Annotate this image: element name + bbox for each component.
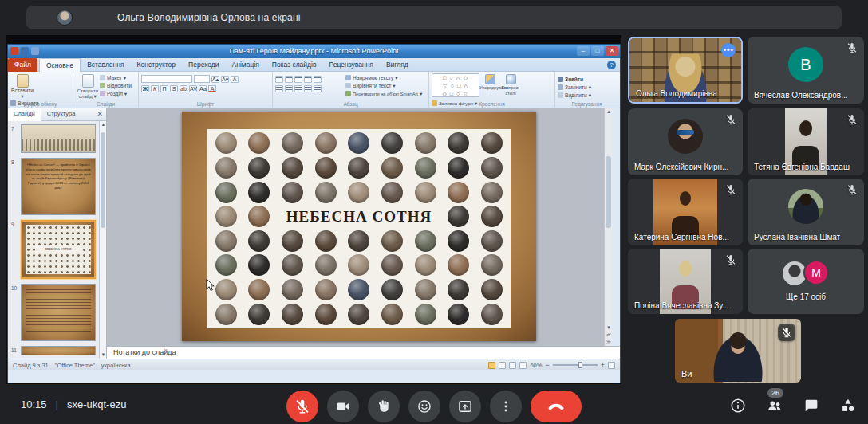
align-right-button[interactable] (294, 85, 302, 92)
group-drawing: □ ○ △ ◇ ☆ ○ □ △ ◇ □ ○ ☆ Упорядкувати Екс… (429, 72, 555, 108)
bullets-button[interactable] (275, 76, 283, 83)
pane-tab-slides[interactable]: Слайди (8, 108, 41, 121)
find-button[interactable]: Знайти (558, 76, 591, 83)
shadow-button[interactable]: S (170, 85, 178, 92)
section-button[interactable]: Розділ ▾ (100, 90, 132, 97)
line-spacing-button[interactable] (314, 76, 322, 83)
fit-to-window-button[interactable] (608, 362, 615, 369)
pane-scrollbar[interactable]: ▲ ▼ (99, 121, 106, 359)
close-button[interactable]: ✕ (606, 46, 618, 56)
tab-design[interactable]: Конструктор (131, 58, 182, 72)
more-options-button[interactable] (490, 391, 522, 422)
align-left-button[interactable] (275, 85, 283, 92)
ribbon-tab-row: Файл Основне Вставлення Конструктор Пере… (8, 58, 620, 72)
char-spacing-button[interactable]: AV (189, 85, 197, 92)
slideshow-view-button[interactable] (519, 362, 527, 369)
portrait-photo (248, 304, 270, 325)
reset-button[interactable]: Відновити (100, 82, 132, 89)
reading-view-button[interactable] (509, 362, 516, 369)
raise-hand-button[interactable] (368, 391, 400, 422)
chat-button[interactable] (803, 397, 820, 414)
font-size-box[interactable] (194, 75, 210, 83)
arrange-button[interactable]: Упорядкувати (479, 73, 500, 99)
slide-thumbnail-7[interactable] (21, 124, 96, 153)
pane-tab-outline[interactable]: Структура (41, 108, 81, 121)
tab-transitions[interactable]: Переходи (182, 58, 226, 72)
tile-menu-icon[interactable]: ••• (721, 43, 736, 57)
strikethrough-button[interactable]: ab (180, 85, 187, 92)
participant-tile-olga[interactable]: ••• Ольга Володимирівна (628, 37, 743, 104)
participant-tile-vyacheslav[interactable]: B Вячеслав Олександров... (748, 37, 864, 104)
shrink-font-button[interactable]: A▾ (221, 76, 229, 83)
self-view-tile[interactable]: Ви (675, 319, 801, 383)
notes-area[interactable]: Нотатки до слайда (107, 346, 620, 359)
participant-tile-polina[interactable]: Поліна Вячеславівна Зу... (628, 249, 743, 314)
meeting-info-button[interactable] (729, 397, 747, 414)
bold-button[interactable]: Ж (141, 85, 149, 92)
slide-thumbnail-11[interactable] (21, 346, 96, 355)
change-case-button[interactable]: Aa (199, 85, 207, 92)
mic-toggle-button[interactable] (286, 391, 318, 422)
tab-view[interactable]: Вигляд (380, 58, 415, 72)
people-button[interactable]: 26 (766, 397, 783, 414)
underline-button[interactable]: П (160, 85, 168, 92)
help-icon[interactable]: ? (607, 61, 616, 69)
columns-button[interactable] (314, 85, 322, 92)
new-slide-button[interactable]: Створити слайд ▾ (76, 73, 100, 99)
normal-view-button[interactable] (488, 362, 495, 369)
clear-format-button[interactable]: A (231, 76, 239, 83)
slide-number: 9 (11, 222, 14, 227)
text-direction-button[interactable]: Напрямок тексту ▾ (345, 74, 425, 81)
shapes-gallery[interactable]: □ ○ △ ◇ ☆ ○ □ △ ◇ □ ○ ☆ (432, 73, 479, 97)
layout-button[interactable]: Макет ▾ (100, 74, 132, 81)
tab-insert[interactable]: Вставлення (81, 58, 130, 72)
participant-tile-mark[interactable]: Марк Олексійович Кирн... (628, 108, 743, 175)
font-color-button[interactable]: A (208, 85, 216, 92)
pane-close-icon[interactable]: ✕ (97, 110, 103, 118)
save-icon[interactable] (21, 47, 29, 55)
end-call-button[interactable] (531, 391, 582, 422)
reactions-button[interactable] (408, 391, 440, 422)
camera-toggle-button[interactable] (327, 391, 359, 422)
tab-file[interactable]: Файл (8, 58, 37, 72)
minimize-button[interactable]: – (577, 46, 590, 56)
slide-thumbnail-8[interactable]: «Небесна Сотня» — прийнята в Україні збі… (21, 158, 96, 215)
zoom-out-button[interactable]: − (545, 361, 549, 369)
quick-styles-button[interactable]: Експрес-стилі (500, 73, 521, 99)
justify-button[interactable] (304, 85, 312, 92)
more-participants-tile[interactable]: M Ще 17 осіб (748, 249, 864, 314)
portrait-photo (215, 157, 237, 179)
portrait-photo (415, 304, 436, 325)
present-button[interactable] (449, 391, 481, 422)
replace-button[interactable]: Замінити ▾ (558, 84, 591, 91)
participant-tile-katerina[interactable]: Катерина Сергіївна Нов... (628, 179, 743, 245)
participant-tile-tetiana[interactable]: Тетяна Євгенівна Бардаш (748, 108, 864, 175)
select-button[interactable]: Виділити ▾ (558, 92, 591, 99)
current-slide-canvas[interactable]: НЕБЕСНА СОТНЯ (182, 112, 536, 341)
italic-button[interactable]: К (151, 85, 159, 92)
slide-thumbnail-9-selected[interactable]: НЕБЕСНА СОТНЯ (21, 220, 96, 279)
maximize-button[interactable]: □ (591, 46, 604, 56)
numbering-button[interactable] (285, 76, 293, 83)
editor-scrollbar[interactable]: ▲ ▼ ≪ ≫ (604, 108, 612, 346)
decrease-indent-button[interactable] (294, 76, 302, 83)
slide-thumbnail-10[interactable] (21, 284, 96, 341)
paste-button[interactable]: Вставити ▾ (10, 73, 34, 99)
zoom-in-button[interactable]: + (601, 361, 605, 369)
tab-slideshow[interactable]: Показ слайдів (266, 58, 323, 72)
align-center-button[interactable] (285, 85, 293, 92)
participant-tile-ruslana[interactable]: Руслана Іванівна Шмат (748, 179, 864, 245)
undo-icon[interactable] (31, 47, 39, 55)
font-name-box[interactable] (141, 75, 192, 83)
zoom-slider[interactable] (553, 364, 598, 366)
portrait-photo (481, 279, 503, 300)
increase-indent-button[interactable] (304, 76, 312, 83)
tab-review[interactable]: Рецензування (322, 58, 379, 72)
smartart-button[interactable]: Перетворити на об'єкт SmartArt ▾ (345, 90, 425, 97)
grow-font-button[interactable]: A▴ (211, 76, 219, 83)
sorter-view-button[interactable] (499, 362, 506, 369)
tab-animations[interactable]: Анімація (226, 58, 266, 72)
tab-home[interactable]: Основне (39, 58, 81, 72)
align-text-button[interactable]: Вирівняти текст ▾ (345, 82, 425, 89)
activities-button[interactable] (839, 397, 857, 414)
